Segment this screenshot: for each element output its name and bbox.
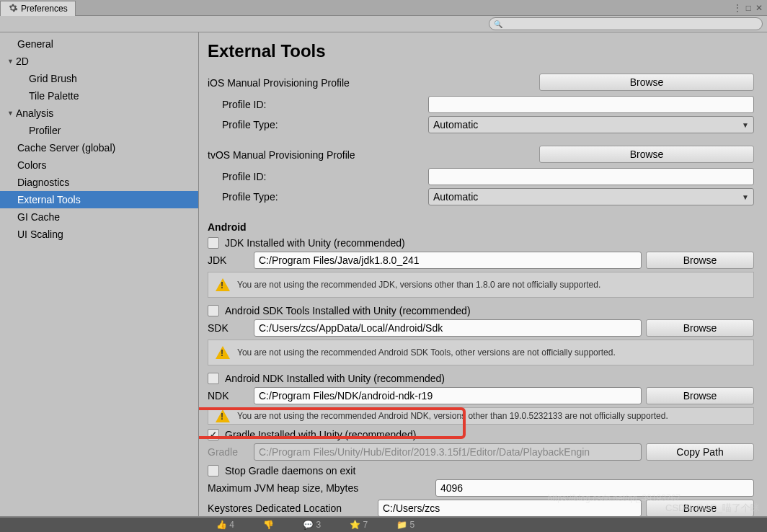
tvos-profile-type-dropdown[interactable]: Automatic▼ [428, 188, 754, 205]
ios-section-label: iOS Manual Provisioning Profile [208, 77, 535, 89]
warning-icon [216, 278, 230, 291]
sdk-label: SDK [208, 322, 249, 334]
gear-icon [8, 3, 18, 15]
search-input[interactable]: 🔍 [489, 17, 763, 30]
searchbar-row: 🔍 [0, 16, 767, 32]
sidebar-item-2d[interactable]: ▼2D [0, 53, 198, 70]
ios-profile-type-label: Profile Type: [208, 119, 424, 130]
search-icon: 🔍 [494, 20, 502, 28]
sdk-browse-button[interactable]: Browse [646, 319, 754, 337]
gradle-label: Gradle [208, 446, 249, 458]
tvos-profile-id-label: Profile ID: [208, 171, 424, 182]
stop-daemons-label: Stop Gradle daemons on exit [225, 465, 355, 476]
sidebar-item-external-tools[interactable]: External Tools [0, 191, 198, 208]
sidebar-item-tile-palette[interactable]: Tile Palette [0, 87, 198, 105]
jdk-installed-checkbox[interactable] [208, 237, 219, 249]
maximize-icon[interactable]: □ [746, 3, 751, 13]
tvos-browse-button[interactable]: Browse [539, 146, 754, 163]
sidebar-item-grid-brush[interactable]: Grid Brush [0, 70, 198, 87]
ios-browse-button[interactable]: Browse [539, 74, 754, 91]
chevron-down-icon: ▼ [742, 193, 749, 201]
jvm-heap-label: Maximum JVM heap size, Mbytes [208, 482, 431, 494]
bottom-strip: 👍 4 👎 💬 3 ⭐ 7 📁 5 [0, 516, 767, 532]
gradle-installed-label: Gradle Installed with Unity (recommended… [225, 429, 416, 440]
tvos-profile-id-input[interactable] [428, 168, 754, 185]
ndk-browse-button[interactable]: Browse [646, 387, 754, 404]
sidebar: General ▼2D Grid Brush Tile Palette ▼Ana… [0, 32, 199, 516]
page-title: External Tools [208, 41, 754, 61]
ios-profile-id-label: Profile ID: [208, 99, 424, 110]
close-icon[interactable]: ✕ [755, 3, 763, 13]
sidebar-item-general[interactable]: General [0, 35, 198, 53]
gradle-copy-button[interactable]: Copy Path [646, 443, 754, 461]
sidebar-item-profiler[interactable]: Profiler [0, 122, 198, 139]
sidebar-item-cache-server[interactable]: Cache Server (global) [0, 139, 198, 156]
keystore-input[interactable] [378, 500, 642, 516]
ndk-path-input[interactable] [254, 387, 642, 404]
chevron-down-icon: ▼ [7, 54, 14, 68]
sidebar-item-gi-cache[interactable]: GI Cache [0, 208, 198, 226]
ndk-installed-checkbox[interactable] [208, 373, 219, 384]
sdk-installed-checkbox[interactable] [208, 305, 219, 316]
jdk-browse-button[interactable]: Browse [646, 252, 754, 269]
ios-profile-id-input[interactable] [428, 96, 754, 113]
ndk-warning: You are not using the recommended Androi… [208, 407, 754, 425]
ios-profile-type-dropdown[interactable]: Automatic▼ [428, 116, 754, 133]
jdk-label: JDK [208, 254, 249, 266]
chevron-down-icon: ▼ [742, 121, 749, 129]
warning-icon [216, 346, 230, 359]
warning-icon [216, 409, 230, 422]
menu-icon[interactable]: ⋮ [733, 3, 742, 13]
preferences-tab[interactable]: Preferences [0, 1, 76, 16]
jdk-installed-label: JDK Installed with Unity (recommended) [225, 237, 405, 249]
jdk-warning: You are not using the recommended JDK, v… [208, 272, 754, 298]
sdk-warning: You are not using the recommended Androi… [208, 340, 754, 365]
jvm-heap-input[interactable] [435, 479, 754, 497]
sidebar-item-analysis[interactable]: ▼Analysis [0, 105, 198, 122]
keystore-browse-button[interactable]: Browse [646, 500, 754, 516]
sidebar-item-diagnostics[interactable]: Diagnostics [0, 174, 198, 191]
chevron-down-icon: ▼ [7, 106, 14, 120]
ndk-label: NDK [208, 390, 249, 402]
sdk-installed-label: Android SDK Tools Installed with Unity (… [225, 305, 471, 316]
titlebar: Preferences ⋮ □ ✕ [0, 0, 767, 16]
stop-daemons-checkbox[interactable] [208, 465, 219, 476]
sdk-path-input[interactable] [254, 319, 642, 337]
ndk-installed-label: Android NDK Installed with Unity (recomm… [225, 373, 445, 384]
tvos-section-label: tvOS Manual Provisioning Profile [208, 149, 535, 161]
android-heading: Android [208, 221, 754, 233]
tvos-profile-type-label: Profile Type: [208, 191, 424, 203]
gradle-path-input [254, 443, 642, 461]
gradle-installed-checkbox[interactable] [208, 429, 219, 440]
content-pane: External Tools iOS Manual Provisioning P… [199, 32, 767, 516]
keystore-label: Keystores Dedicated Location [208, 502, 373, 514]
jdk-path-input[interactable] [254, 252, 642, 269]
sidebar-item-ui-scaling[interactable]: UI Scaling [0, 226, 198, 243]
sidebar-item-colors[interactable]: Colors [0, 156, 198, 174]
tab-label: Preferences [21, 4, 68, 14]
